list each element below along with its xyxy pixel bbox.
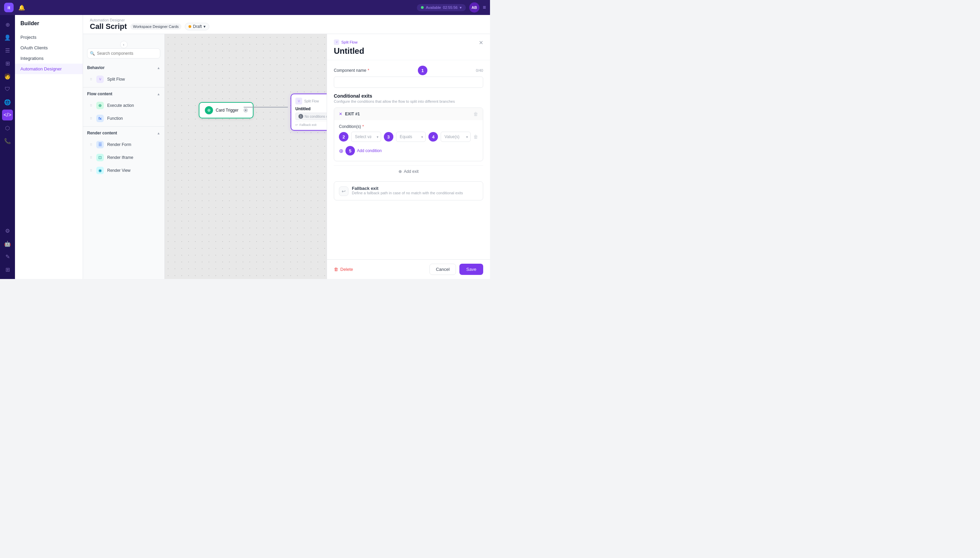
sidebar-icon-settings[interactable]: ⚙ — [2, 225, 13, 236]
sidebar-icon-home[interactable]: ⊕ — [2, 19, 13, 30]
variable-select[interactable]: Select variable — [351, 132, 381, 142]
nav-item-projects[interactable]: Projects — [15, 32, 83, 43]
draft-badge[interactable]: Draft ▾ — [185, 23, 209, 30]
sidebar-icon-globe[interactable]: 🌐 — [2, 97, 13, 108]
flow-content-label: Flow content — [87, 92, 112, 96]
split-flow-node[interactable]: ⑂ Split Flow Untitled 1 No conditions de… — [291, 94, 327, 131]
add-exit-button[interactable]: ⊕ Add exit — [334, 165, 483, 177]
rp-title: Untitled — [334, 46, 483, 56]
exit-delete-icon[interactable]: 🗑 — [473, 111, 478, 117]
sidebar-icon-puzzle[interactable]: ⬡ — [2, 123, 13, 133]
rp-type-label: Split Flow — [341, 40, 358, 44]
sidebar-icon-apps[interactable]: ⊞ — [2, 264, 13, 275]
sf-no-conditions: 1 No conditions defined — [295, 113, 327, 120]
canvas-background — [165, 34, 327, 279]
drag-handle-icon: ⠿ — [90, 156, 92, 159]
values-select[interactable]: Value(s) or variable — [441, 132, 471, 142]
draft-label: Draft — [193, 24, 202, 29]
drag-handle-icon: ⠿ — [90, 143, 92, 147]
function-item[interactable]: ⠿ fx Function — [83, 112, 164, 125]
execute-action-icon: ⊕ — [96, 102, 104, 109]
split-flow-icon: ⑂ — [96, 75, 104, 83]
sf-name-label: Untitled — [295, 107, 327, 111]
equals-select-wrapper: Equals ▾ — [396, 132, 426, 142]
trigger-icon: ⊕ — [205, 106, 213, 114]
sidebar-icon-grid[interactable]: ⊞ — [2, 58, 13, 69]
canvas[interactable]: ⊕ Card Trigger ⑂ Split Flow Unti — [165, 34, 327, 279]
render-iframe-icon: ⊡ — [96, 154, 104, 161]
split-flow-item[interactable]: ⠿ ⑂ Split Flow — [83, 73, 164, 86]
condition-delete-icon[interactable]: 🗑 — [473, 134, 478, 140]
panel-toggle[interactable]: ‹ — [120, 41, 128, 48]
nav-item-oauth[interactable]: OAuth Clients — [15, 43, 83, 53]
sf-fallback-label: ↩ Fallback exit — [295, 121, 327, 126]
sidebar-icon-phone[interactable]: 📞 — [2, 135, 13, 146]
sidebar-icon-shield[interactable]: 🛡 — [2, 84, 13, 95]
condition-required: * — [363, 124, 364, 129]
conditional-exits-title: Conditional exits — [334, 93, 483, 98]
search-input[interactable] — [87, 48, 160, 59]
nav-item-automation[interactable]: Automation Designer — [15, 64, 83, 74]
hamburger-menu-icon[interactable]: ≡ — [483, 5, 486, 11]
function-icon: fx — [96, 115, 104, 122]
sidebar-icon-person[interactable]: 🧑 — [2, 71, 13, 82]
drag-handle-icon: ⠿ — [90, 104, 92, 108]
divider — [83, 87, 164, 87]
render-form-label: Render Form — [107, 142, 131, 147]
split-flow-label: Split Flow — [107, 77, 125, 82]
render-iframe-item[interactable]: ⠿ ⊡ Render Iframe — [83, 151, 164, 164]
behavior-section-header[interactable]: Behavior ▲ — [83, 62, 164, 73]
fallback-icon: ↩ — [339, 187, 348, 196]
nav-item-integrations[interactable]: Integrations — [15, 53, 83, 64]
condition-label: Condition(s) * — [339, 124, 478, 129]
behavior-chevron-icon: ▲ — [157, 66, 160, 70]
char-count: 0/40 — [476, 68, 483, 72]
rp-footer: 🗑 Delete Cancel Save — [327, 259, 490, 279]
add-condition-button[interactable]: ⊕ 5 Add condition — [339, 144, 478, 157]
content-area: Automation Designer Call Script Workspac… — [83, 15, 490, 279]
drag-handle-icon: ⠿ — [90, 77, 92, 81]
status-pill[interactable]: Available 02:55:56 ▾ — [417, 4, 466, 11]
render-form-icon: ☰ — [96, 141, 104, 148]
render-view-label: Render View — [107, 168, 130, 173]
component-name-field: Component name * 1 0/40 — [334, 66, 483, 88]
status-label: Available — [426, 5, 441, 10]
status-chevron: ▾ — [460, 5, 462, 10]
render-content-label: Render content — [87, 131, 117, 135]
topbar: it 🔔 Available 02:55:56 ▾ AB ≡ — [0, 0, 490, 15]
designer-body: ‹ 🔍 Behavior ▲ ⠿ ⑂ Split Flow — [83, 34, 490, 279]
component-name-input[interactable] — [334, 77, 483, 88]
condition-row: 2 Select variable ▾ 3 — [339, 132, 478, 142]
add-exit-label: Add exit — [404, 169, 419, 174]
render-content-section-header[interactable]: Render content ▲ — [83, 128, 164, 138]
main-layout: ⊕ 👤 ☰ ⊞ 🧑 🛡 🌐 </> ⬡ 📞 ⚙ 🤖 ✎ ⊞ Builder Pr… — [0, 15, 490, 279]
function-label: Function — [107, 116, 123, 121]
component-panel: ‹ 🔍 Behavior ▲ ⠿ ⑂ Split Flow — [83, 34, 165, 279]
divider — [83, 126, 164, 126]
execute-action-item[interactable]: ⠿ ⊕ Execute action — [83, 99, 164, 112]
sf-type-label: Split Flow — [304, 99, 319, 103]
sidebar-icon-robot[interactable]: 🤖 — [2, 238, 13, 249]
sidebar-icon-list[interactable]: ☰ — [2, 45, 13, 56]
avatar[interactable]: AB — [469, 2, 479, 13]
fallback-text: Fallback exit Define a fallback path in … — [352, 186, 463, 195]
delete-button[interactable]: 🗑 Delete — [334, 267, 353, 272]
sidebar-icon-edit[interactable]: ✎ — [2, 251, 13, 262]
sidebar-icon-code[interactable]: </> — [2, 110, 13, 120]
cancel-button[interactable]: Cancel — [429, 264, 456, 275]
render-form-item[interactable]: ⠿ ☰ Render Form — [83, 138, 164, 151]
flow-content-section-header[interactable]: Flow content ▲ — [83, 89, 164, 99]
right-panel: ⑂ Split Flow Untitled ✕ Component name *… — [327, 34, 490, 279]
close-button[interactable]: ✕ — [479, 39, 483, 46]
status-time: 02:55:56 — [443, 5, 458, 10]
sidebar-icon-users[interactable]: 👤 — [2, 32, 13, 43]
equals-select[interactable]: Equals — [396, 132, 426, 142]
save-button[interactable]: Save — [460, 264, 483, 275]
exit-collapse-icon[interactable]: ✕ — [339, 112, 342, 117]
rp-body: Component name * 1 0/40 Conditional exit… — [327, 60, 490, 259]
breadcrumb: Automation Designer — [90, 18, 483, 22]
draft-dot — [189, 25, 191, 28]
render-view-item[interactable]: ⠿ ◉ Render View — [83, 164, 164, 177]
search-icon: 🔍 — [90, 51, 95, 56]
notification-bell[interactable]: 🔔 — [17, 3, 26, 12]
